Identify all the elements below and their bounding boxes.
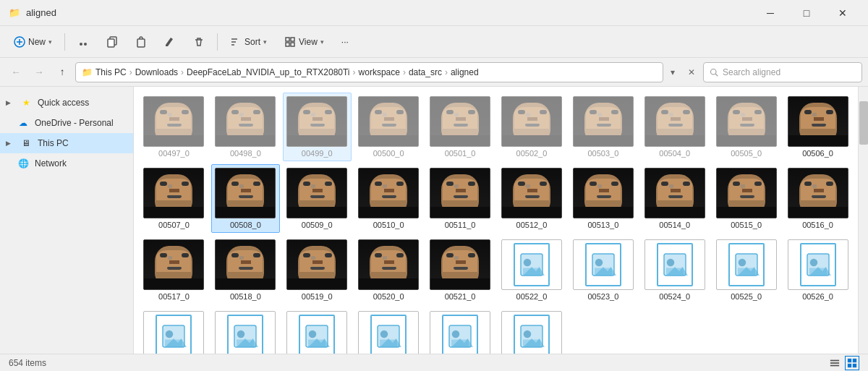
sort-button[interactable]: Sort ▾	[222, 30, 275, 54]
file-area[interactable]: 00497_0 00498_0	[134, 87, 858, 354]
file-item[interactable]: 00512_0	[498, 164, 566, 233]
file-item[interactable]: 00519_0	[283, 236, 352, 304]
file-item[interactable]: 00520_0	[354, 236, 423, 304]
file-item[interactable]: 00508_0	[211, 164, 280, 233]
svg-point-14	[524, 259, 532, 267]
rename-button[interactable]	[156, 30, 184, 54]
address-dropdown[interactable]: ▾	[665, 62, 680, 82]
file-thumbnail	[286, 311, 347, 354]
file-thumbnail	[644, 168, 705, 218]
file-item[interactable]: 00521_0	[426, 236, 495, 304]
sort-icon	[230, 36, 242, 48]
file-item[interactable]: 00505_0	[712, 93, 780, 161]
address-close[interactable]: ✕	[683, 62, 700, 82]
file-item[interactable]: 00509_0	[283, 164, 352, 233]
file-item[interactable]: 00502_0	[498, 93, 566, 161]
delete-button[interactable]	[185, 30, 213, 54]
maximize-button[interactable]: □	[790, 2, 823, 24]
breadcrumb-downloads: Downloads	[135, 67, 178, 77]
minimize-button[interactable]: ─	[754, 2, 787, 24]
expand-arrow: ▶	[6, 99, 14, 106]
file-item[interactable]: 00525_0	[712, 236, 780, 304]
file-item[interactable]: 00501_0	[426, 93, 495, 161]
title-bar-left: 📁 aligned	[9, 7, 56, 19]
sidebar-item-onedrive[interactable]: ☁ OneDrive - Personal	[0, 113, 133, 133]
sidebar-label-this-pc: This PC	[38, 138, 69, 148]
file-item[interactable]: 00499_0	[283, 93, 352, 161]
cut-button[interactable]	[69, 30, 97, 54]
scrollbar-track[interactable]	[858, 87, 868, 354]
file-thumbnail	[716, 239, 777, 290]
search-box[interactable]: Search aligned	[703, 62, 862, 82]
details-view-btn[interactable]	[827, 356, 842, 370]
forward-button[interactable]: →	[29, 62, 49, 82]
file-item[interactable]: 00524_0	[640, 236, 709, 304]
file-item[interactable]: 00517_0	[140, 236, 208, 304]
file-item[interactable]: 00507_0	[140, 164, 208, 233]
toolbar: New ▾ Sort ▾	[0, 26, 868, 58]
file-item[interactable]: 00504_0	[640, 93, 709, 161]
paste-button[interactable]	[127, 30, 155, 54]
file-item[interactable]: 00529_0	[283, 307, 352, 354]
rename-icon	[164, 36, 176, 48]
file-item[interactable]: 00497_0	[140, 93, 208, 161]
address-box[interactable]: 📁 This PC › Downloads › DeepFaceLab_NVID…	[75, 62, 663, 82]
list-view-icon	[830, 358, 840, 368]
file-thumbnail	[644, 96, 705, 147]
file-thumbnail	[788, 96, 848, 147]
file-item[interactable]: 00523_0	[569, 236, 637, 304]
paste-icon	[135, 36, 147, 48]
title-bar-controls: ─ □ ✕	[754, 2, 859, 24]
search-icon	[710, 68, 718, 77]
sidebar-item-network[interactable]: 🌐 Network	[0, 153, 133, 174]
sidebar: ▶ ★ Quick access ☁ OneDrive - Personal ▶…	[0, 87, 134, 354]
file-label: 00505_0	[731, 149, 762, 158]
file-item[interactable]: 00503_0	[569, 93, 637, 161]
expand-arrow-pc: ▶	[6, 140, 14, 147]
folder-icon: 📁	[9, 7, 20, 19]
file-item[interactable]: 00500_0	[354, 93, 423, 161]
file-item[interactable]: 00506_0	[783, 93, 852, 161]
file-item[interactable]: 00518_0	[211, 236, 280, 304]
svg-rect-62	[853, 363, 856, 367]
file-item[interactable]: 00532_0	[498, 307, 566, 354]
file-thumbnail	[143, 311, 204, 354]
status-view-controls	[827, 356, 859, 370]
file-item[interactable]: 00530_0	[354, 307, 423, 354]
file-item[interactable]: 00522_0	[498, 236, 566, 304]
sidebar-item-quick-access[interactable]: ▶ ★ Quick access	[0, 93, 133, 113]
up-button[interactable]: ↑	[52, 62, 72, 82]
svg-rect-8	[286, 43, 289, 46]
svg-rect-59	[848, 358, 851, 362]
file-thumbnail	[143, 168, 204, 218]
file-item[interactable]: 00526_0	[783, 236, 852, 304]
file-item[interactable]: 00514_0	[640, 164, 709, 233]
close-button[interactable]: ✕	[826, 2, 859, 24]
file-thumbnail	[788, 168, 848, 218]
file-item[interactable]: 00498_0	[211, 93, 280, 161]
back-button[interactable]: ←	[6, 62, 26, 82]
file-item[interactable]: 00510_0	[354, 164, 423, 233]
toolbar-separator-2	[217, 33, 218, 51]
file-label: 00513_0	[587, 221, 618, 229]
more-button[interactable]: ···	[333, 30, 357, 54]
file-thumbnail	[430, 96, 490, 147]
file-item[interactable]: 00516_0	[783, 164, 852, 233]
file-item[interactable]: 00527_0	[140, 307, 208, 354]
file-item[interactable]: 00515_0	[712, 164, 780, 233]
file-item[interactable]: 00531_0	[426, 307, 495, 354]
status-bar: 654 items	[0, 354, 868, 371]
icon-view-btn[interactable]	[845, 356, 859, 370]
file-thumbnail	[573, 96, 634, 147]
file-item[interactable]: 00511_0	[426, 164, 495, 233]
new-button[interactable]: New ▾	[6, 30, 60, 54]
scrollbar-thumb[interactable]	[859, 101, 868, 145]
file-item[interactable]: 00513_0	[569, 164, 637, 233]
file-item[interactable]: 00528_0	[211, 307, 280, 354]
sidebar-item-this-pc[interactable]: ▶ 🖥 This PC	[0, 133, 133, 153]
copy-button[interactable]	[98, 30, 126, 54]
svg-point-26	[738, 259, 746, 267]
file-label: 00499_0	[302, 149, 333, 158]
view-button[interactable]: View ▾	[276, 30, 332, 54]
file-label: 00504_0	[659, 149, 690, 158]
